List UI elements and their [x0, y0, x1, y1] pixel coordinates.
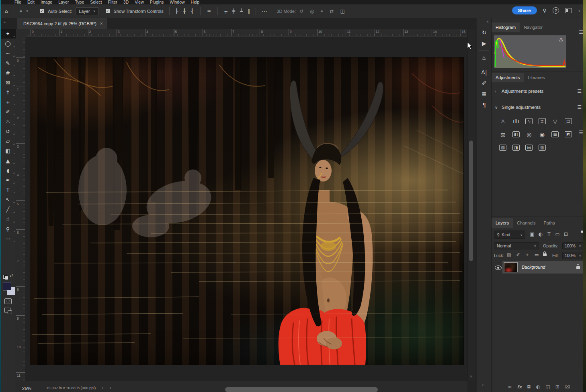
panel-menu-icon[interactable]: ☰ — [579, 130, 583, 135]
align-bottom-edges-icon[interactable]: ┷ — [240, 8, 243, 14]
opacity-dropdown[interactable]: 100% ∨ — [562, 242, 584, 249]
filter-type-layers-icon[interactable]: T — [546, 231, 552, 237]
quick-mask-icon[interactable] — [4, 298, 12, 304]
lasso-tool[interactable]: ∽ — [0, 49, 16, 58]
lock-position-icon[interactable]: ⌖ — [525, 252, 530, 257]
paragraph-panel-icon[interactable]: ¶ — [477, 99, 492, 110]
history-panel-icon[interactable]: ↻ — [477, 27, 492, 38]
black-white-icon[interactable]: ◧ — [510, 128, 523, 141]
marquee-tool[interactable]: ◯ — [0, 39, 16, 48]
ruler-origin[interactable] — [16, 29, 25, 37]
invert-icon[interactable]: ◩ — [562, 128, 575, 141]
character-panel-icon[interactable]: A| — [477, 67, 492, 78]
screen-mode-icon[interactable] — [4, 308, 10, 312]
filter-smart-objects-icon[interactable]: ⊡ — [563, 231, 569, 237]
layer-filter-dropdown[interactable]: ⚲ Kind ∨ — [494, 231, 525, 239]
brightness-contrast-icon[interactable]: ☼ — [496, 114, 510, 128]
canvas-image[interactable] — [30, 57, 463, 365]
sharpen-tool[interactable]: ▲ — [0, 156, 16, 165]
actions-panel-icon[interactable]: ▶ — [477, 38, 492, 49]
home-icon[interactable]: ⌂ — [5, 8, 8, 14]
3d-pan-icon[interactable]: ⌖ — [321, 8, 324, 14]
brush-tool[interactable]: ✐ — [0, 107, 16, 116]
line-tool[interactable]: ╱ — [0, 204, 16, 214]
posterize-icon[interactable]: ▨ — [496, 141, 510, 154]
fill-dropdown[interactable]: 100% ∨ — [562, 252, 584, 259]
tab-adjustments[interactable]: Adjustments — [492, 73, 524, 82]
distribute-vertical-centers-icon[interactable]: ╪ — [232, 8, 235, 14]
color-lookup-icon[interactable]: ▦ — [549, 128, 562, 141]
crop-tool[interactable]: # — [0, 68, 16, 78]
double-chevron-icon[interactable]: » — [3, 20, 6, 24]
menu-filter[interactable]: Filter — [108, 0, 117, 4]
more-options-icon[interactable]: ⋯ — [262, 8, 267, 14]
selective-color-icon[interactable]: ▥ — [536, 141, 549, 154]
add-layer-mask-icon[interactable]: ◘ — [527, 384, 531, 390]
menu-plugins[interactable]: Plugins — [150, 0, 164, 4]
gradient-map-icon[interactable]: ⋈ — [522, 141, 536, 154]
vibrance-icon[interactable]: ▽ — [549, 114, 562, 128]
chevron-down-icon[interactable]: ∨ — [26, 9, 28, 13]
link-layers-icon[interactable]: ∞ — [508, 384, 512, 390]
menu-file[interactable]: File — [14, 0, 21, 4]
default-colors-icon[interactable] — [3, 275, 7, 279]
type-tool[interactable]: T — [0, 185, 16, 195]
menu-type[interactable]: Type — [75, 0, 84, 4]
eyedropper-tool[interactable]: † — [0, 88, 16, 97]
healing-brush-tool[interactable]: + — [0, 97, 16, 107]
delete-layer-icon[interactable]: ⌧ — [565, 384, 570, 390]
3d-camera-icon[interactable]: ◫ — [340, 8, 344, 14]
clone-source-panel-icon[interactable]: ♨ — [477, 52, 492, 63]
filter-shape-layers-icon[interactable]: ▭ — [555, 231, 560, 237]
photo-filter-icon[interactable]: ◎ — [522, 128, 536, 141]
status-options-icon[interactable]: › — [102, 386, 103, 390]
curves-icon[interactable]: ∿ — [522, 114, 536, 128]
menu-edit[interactable]: Edit — [27, 0, 35, 4]
horizontal-scrollbar-thumb[interactable] — [225, 387, 378, 392]
chevron-down-icon[interactable]: ∨ — [578, 9, 580, 12]
channel-mixer-icon[interactable]: ◉ — [536, 128, 549, 141]
zoom-tool[interactable]: ⚲ — [0, 224, 16, 234]
lock-transparency-icon[interactable]: ▨ — [506, 252, 512, 257]
align-left-edges-icon[interactable]: ┠ — [175, 8, 178, 14]
align-horizontal-centers-icon[interactable]: ╂ — [183, 8, 186, 14]
lock-paint-icon[interactable]: ✐ — [515, 252, 521, 257]
menu-image[interactable]: Image — [41, 0, 52, 4]
path-selection-tool[interactable]: ↖ — [0, 195, 16, 204]
lock-all-icon[interactable] — [543, 253, 547, 256]
3d-roll-icon[interactable]: ◎ — [310, 8, 314, 14]
auto-select-target-dropdown[interactable]: Layer ∨ — [76, 7, 98, 15]
list-view-icon[interactable]: ☰ — [577, 88, 582, 94]
document-tab[interactable]: _DSC8964 copy 2.tif @ 25% (RGB/8*) × — [17, 18, 107, 29]
vertical-ruler[interactable]: 01234567891011 — [16, 36, 25, 381]
canvas-area[interactable]: 0123456789101112131415 01234567891011 — [16, 29, 467, 381]
frame-tool[interactable]: ⊠ — [0, 78, 16, 87]
tab-libraries[interactable]: Libraries — [524, 73, 549, 82]
properties-panel-icon[interactable]: ≣ — [477, 88, 492, 99]
exposure-icon[interactable]: ± — [536, 114, 549, 128]
layer-row-background[interactable]: Background — [492, 261, 586, 274]
filter-pixel-layers-icon[interactable]: ▣ — [529, 231, 535, 237]
edit-toolbar-icon[interactable]: ⋯ — [0, 234, 16, 243]
list-view-icon[interactable]: ☰ — [577, 104, 582, 110]
search-icon[interactable]: ⚲ — [543, 8, 547, 14]
gradient-tool[interactable]: ◧ — [0, 146, 16, 156]
help-icon[interactable]: ? — [553, 7, 559, 14]
menu-select[interactable]: Select — [90, 0, 102, 4]
show-transform-checkbox[interactable]: ✓ — [106, 9, 110, 13]
tab-paths[interactable]: Paths — [540, 218, 559, 228]
status-chevron-left-icon[interactable]: ‹ — [110, 386, 111, 390]
brush-settings-panel-icon[interactable]: ✐ — [477, 78, 492, 88]
lock-artboard-icon[interactable]: ▭ — [534, 252, 539, 257]
collapse-panels-icon[interactable]: « — [486, 19, 489, 24]
move-tool[interactable]: ⌖ — [0, 29, 16, 39]
align-right-edges-icon[interactable]: ┨ — [191, 8, 193, 14]
hue-saturation-icon[interactable]: ▤ — [562, 114, 575, 128]
distribute-horizontal-centers-icon[interactable]: ‖ — [248, 8, 250, 14]
align-vertical-centers-icon[interactable]: ═ — [207, 8, 210, 14]
new-layer-icon[interactable]: ⊞ — [555, 384, 559, 390]
3d-orbit-icon[interactable]: ↺ — [299, 8, 303, 14]
hand-tool[interactable]: ☝ — [0, 214, 16, 224]
history-brush-tool[interactable]: ↺ — [0, 127, 16, 136]
clone-stamp-tool[interactable]: ♨ — [0, 117, 16, 127]
